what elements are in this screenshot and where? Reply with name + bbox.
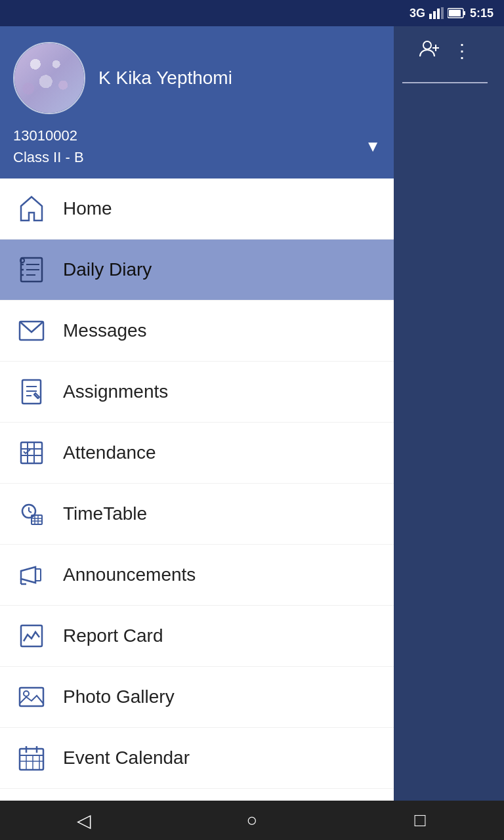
svg-point-41 [24, 691, 29, 696]
menu-label-timetable: TimeTable [63, 503, 147, 524]
status-bar: 3G 5:15 [0, 0, 504, 26]
svg-rect-5 [463, 11, 465, 15]
menu-item-assignments[interactable]: Assignments [0, 362, 394, 423]
user-id: 13010002 [13, 125, 84, 146]
user-row: K Kika Yepthomi [13, 42, 381, 114]
attendance-icon [13, 434, 50, 471]
svg-rect-40 [20, 688, 43, 706]
time-display: 5:15 [470, 7, 494, 20]
timetable-icon [13, 495, 50, 532]
menu-item-announcements[interactable]: Announcements [0, 545, 394, 606]
menu-label-photo-gallery: Photo Gallery [63, 686, 175, 707]
home-icon [13, 190, 50, 227]
menu-list: Home Daily Diary [0, 178, 394, 801]
user-class: Class II - B [13, 146, 84, 168]
svg-point-7 [423, 41, 431, 49]
avatar [13, 42, 85, 114]
svg-rect-2 [437, 9, 440, 19]
menu-item-home[interactable]: Home [0, 178, 394, 240]
menu-label-announcements: Announcements [63, 564, 196, 585]
menu-item-timetable[interactable]: TimeTable [0, 484, 394, 545]
right-panel-actions[interactable]: ⋮ [419, 39, 471, 62]
drawer-header: K Kika Yepthomi 13010002 Class II - B ▼ [0, 26, 394, 178]
menu-item-messages[interactable]: Messages [0, 301, 394, 362]
battery-icon [448, 7, 466, 19]
menu-label-event-calendar: Event Calendar [63, 747, 190, 768]
svg-line-30 [29, 511, 32, 513]
messages-icon [13, 312, 50, 349]
menu-label-daily-diary: Daily Diary [63, 259, 152, 280]
menu-item-event-calendar[interactable]: Event Calendar [0, 728, 394, 789]
user-name: K Kika Yepthomi [98, 68, 232, 89]
menu-label-report-card: Report Card [63, 625, 163, 646]
menu-label-assignments: Assignments [63, 381, 168, 402]
menu-label-home: Home [63, 198, 112, 219]
diary-icon [13, 251, 50, 288]
menu-item-attendance[interactable]: Attendance [0, 423, 394, 484]
dropdown-arrow-icon[interactable]: ▼ [365, 137, 381, 156]
menu-item-daily-diary[interactable]: Daily Diary [0, 240, 394, 301]
add-person-icon[interactable] [419, 39, 440, 62]
status-icons: 3G 5:15 [410, 7, 494, 20]
user-info[interactable]: 13010002 Class II - B ▼ [13, 125, 381, 168]
back-button[interactable]: ◁ [64, 801, 104, 840]
right-divider [402, 82, 488, 83]
navigation-drawer: K Kika Yepthomi 13010002 Class II - B ▼ … [0, 26, 394, 801]
svg-rect-3 [441, 7, 444, 19]
svg-rect-6 [449, 10, 461, 16]
svg-rect-1 [433, 11, 436, 19]
report-card-icon [13, 618, 50, 654]
recents-button[interactable]: □ [400, 801, 440, 840]
svg-point-17 [20, 259, 24, 262]
home-button[interactable]: ○ [232, 801, 272, 840]
menu-label-attendance: Attendance [63, 442, 156, 463]
announcements-icon [13, 556, 50, 593]
menu-item-report-card[interactable]: Report Card [0, 606, 394, 667]
menu-item-photo-gallery[interactable]: Photo Gallery [0, 667, 394, 728]
menu-label-messages: Messages [63, 320, 147, 341]
assignments-icon [13, 373, 50, 410]
right-panel: ⋮ [386, 26, 504, 801]
signal-indicator: 3G [410, 7, 425, 20]
photo-gallery-icon [13, 679, 50, 715]
user-details: 13010002 Class II - B [13, 125, 84, 168]
signal-bars-icon [429, 7, 444, 19]
more-vert-icon[interactable]: ⋮ [453, 40, 471, 62]
svg-rect-0 [429, 14, 432, 19]
bottom-navigation: ◁ ○ □ [0, 801, 504, 840]
event-calendar-icon [13, 740, 50, 776]
